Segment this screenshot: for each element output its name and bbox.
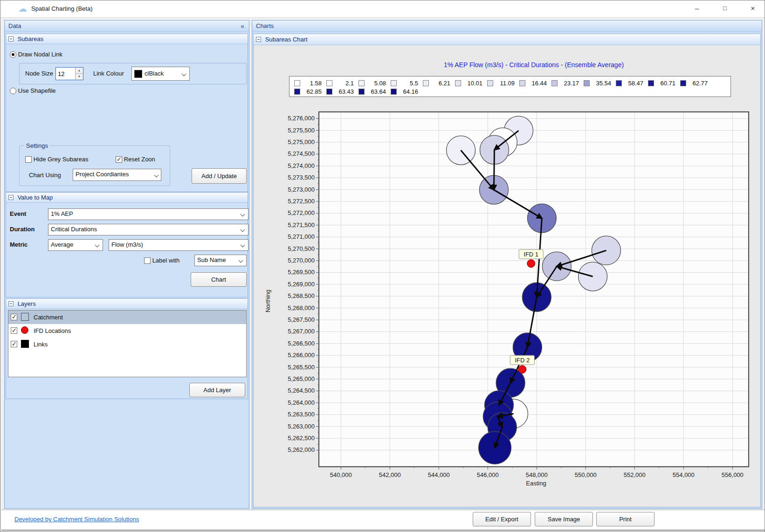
- layer-visibility-checkbox[interactable]: [11, 341, 17, 347]
- chart-body: 1% AEP Flow (m3/s) - Critical Durations …: [254, 45, 760, 507]
- y-tick-label: 5,266,500: [288, 340, 315, 347]
- y-tick-label: 5,273,000: [288, 186, 315, 193]
- collapse-box-icon[interactable]: [8, 36, 14, 41]
- y-tick-label: 5,262,500: [288, 435, 315, 442]
- chart-node: [479, 431, 511, 464]
- node-size-label: Node Size: [25, 70, 53, 77]
- y-tick-label: 5,262,000: [288, 446, 315, 453]
- hide-grey-subareas-checkbox[interactable]: [25, 156, 32, 163]
- window-titlebar: ☁ Spatial Charting (Beta) – □ ×: [0, 0, 765, 18]
- value-to-map-header[interactable]: Value to Map: [6, 193, 248, 203]
- metric-label: Metric: [10, 241, 28, 248]
- y-tick-label: 5,273,500: [288, 174, 315, 181]
- print-button[interactable]: Print: [596, 512, 655, 526]
- y-tick-label: 5,266,000: [288, 352, 315, 359]
- ifd-location-marker: [527, 260, 535, 268]
- app-cloud-icon: ☁: [18, 3, 27, 14]
- value-to-map-section: Value to Map Event 1% AEP Duration Criti…: [6, 192, 248, 297]
- y-tick-label: 5,263,500: [288, 411, 315, 418]
- value-to-map-title: Value to Map: [18, 194, 53, 201]
- y-tick-label: 5,272,500: [288, 198, 315, 205]
- draw-nodal-link-radio[interactable]: [10, 51, 16, 58]
- chevron-down-icon: [241, 212, 245, 217]
- chart-link-arrow: [494, 150, 494, 190]
- layer-row[interactable]: IFD Locations: [8, 324, 246, 338]
- subareas-chart-header[interactable]: Subareas Chart: [254, 34, 760, 45]
- ifd-label: IFD 1: [524, 251, 538, 258]
- maximize-button[interactable]: □: [715, 1, 735, 15]
- metric-aggregation-select[interactable]: Average: [48, 239, 103, 251]
- label-with-label: Label with: [152, 257, 180, 264]
- spin-down-icon[interactable]: ▼: [75, 74, 83, 80]
- add-layer-button[interactable]: Add Layer: [189, 383, 245, 397]
- x-tick-label: 552,000: [624, 471, 646, 478]
- developer-link[interactable]: Developed by Catchment Simulation Soluti…: [14, 516, 139, 523]
- y-tick-label: 5,263,000: [288, 423, 315, 430]
- draw-nodal-link-label: Draw Nodal Link: [18, 51, 62, 58]
- layer-visibility-checkbox[interactable]: [11, 327, 17, 334]
- chart-plot[interactable]: 5,262,0005,262,5005,263,0005,263,5005,26…: [255, 45, 761, 507]
- x-tick-label: 556,000: [722, 471, 744, 478]
- collapse-box-icon[interactable]: [8, 301, 14, 306]
- x-tick-label: 540,000: [330, 471, 352, 478]
- y-tick-label: 5,272,000: [288, 209, 315, 216]
- y-tick-label: 5,271,500: [288, 221, 315, 228]
- chevron-down-icon: [241, 243, 245, 248]
- collapse-box-icon[interactable]: [256, 37, 261, 42]
- subareas-section-header[interactable]: Subareas: [6, 34, 248, 44]
- x-tick-label: 544,000: [428, 471, 450, 478]
- x-tick-label: 554,000: [673, 471, 695, 478]
- y-tick-label: 5,275,500: [288, 127, 315, 134]
- chevron-down-icon: [95, 243, 100, 248]
- subareas-chart-title: Subareas Chart: [265, 36, 308, 43]
- link-colour-value: clBlack: [145, 70, 164, 77]
- label-with-checkbox[interactable]: [144, 257, 151, 264]
- layers-section-header[interactable]: Layers: [6, 299, 248, 309]
- metric-type-select[interactable]: Flow (m3/s): [109, 239, 248, 251]
- chevron-down-icon: [154, 173, 159, 178]
- x-tick-label: 548,000: [526, 471, 548, 478]
- y-tick-label: 5,270,500: [288, 245, 315, 252]
- y-tick-label: 5,274,500: [288, 150, 315, 157]
- reset-zoom-checkbox[interactable]: [116, 156, 122, 163]
- spin-up-icon[interactable]: ▲: [75, 68, 83, 74]
- black-square-icon: [21, 340, 29, 348]
- label-with-value: Sub Name: [197, 256, 226, 263]
- y-tick-label: 5,275,000: [288, 138, 315, 145]
- collapse-panel-icon[interactable]: «: [241, 21, 244, 32]
- layer-row[interactable]: Catchment: [8, 311, 246, 324]
- add-update-button[interactable]: Add / Update: [192, 168, 247, 184]
- window-title: Spatial Charting (Beta): [31, 5, 93, 12]
- layers-section: Layers CatchmentIFD LocationsLinks Add L…: [6, 298, 248, 399]
- y-tick-label: 5,276,000: [288, 115, 315, 122]
- layer-name: IFD Locations: [34, 327, 71, 334]
- charts-panel: Charts Subareas Chart 1% AEP Flow (m3/s)…: [252, 20, 762, 509]
- collapse-box-icon[interactable]: [8, 195, 14, 200]
- y-tick-label: 5,265,000: [288, 375, 315, 382]
- subareas-section: Subareas Draw Nodal Link Node Size ▲ ▼ L…: [6, 34, 248, 192]
- black-colour-swatch: [134, 70, 142, 78]
- event-select[interactable]: 1% AEP: [48, 208, 248, 220]
- save-image-button[interactable]: Save Image: [535, 512, 593, 526]
- layer-visibility-checkbox[interactable]: [11, 314, 17, 320]
- duration-select[interactable]: Critical Durations: [48, 224, 248, 235]
- close-button[interactable]: ×: [743, 1, 763, 15]
- y-tick-label: 5,269,000: [288, 281, 315, 288]
- chevron-down-icon: [239, 258, 243, 263]
- y-tick-label: 5,269,500: [288, 269, 315, 276]
- y-tick-label: 5,267,000: [288, 328, 315, 335]
- label-with-select[interactable]: Sub Name: [194, 255, 247, 266]
- chart-button[interactable]: Chart: [191, 272, 247, 287]
- layer-row[interactable]: Links: [8, 338, 246, 351]
- minimize-button[interactable]: –: [687, 1, 707, 15]
- link-colour-select[interactable]: clBlack: [131, 67, 190, 81]
- chevron-down-icon: [182, 72, 186, 76]
- settings-groupbox: Settings Hide Grey Subareas Reset Zoon C…: [19, 142, 170, 186]
- use-shapefile-radio[interactable]: [10, 88, 16, 94]
- settings-legend: Settings: [24, 142, 50, 149]
- edit-export-button[interactable]: Edit / Export: [473, 512, 531, 526]
- data-panel: Data « Subareas Draw Nodal Link Node Siz…: [4, 20, 249, 509]
- y-tick-label: 5,270,000: [288, 257, 315, 264]
- node-size-input[interactable]: [56, 68, 76, 80]
- chart-using-select[interactable]: Project Coordiantes: [73, 169, 161, 181]
